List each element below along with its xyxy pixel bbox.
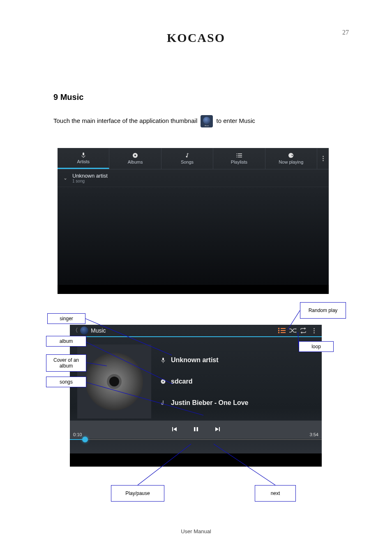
intro-text-a: Touch the main interface of the applicat… [53, 117, 199, 124]
queue-icon[interactable] [277, 325, 287, 336]
intro-paragraph: Touch the main interface of the applicat… [53, 115, 339, 127]
treble-clef-icon [160, 400, 166, 406]
callout-random-play: Random play [300, 302, 346, 319]
svg-point-10 [236, 157, 237, 157]
chevron-down-icon: ⌄ [63, 175, 67, 181]
artist-song-count: 1 song [72, 179, 108, 183]
previous-button[interactable] [172, 426, 178, 433]
tab-now-playing[interactable]: Now playing [265, 148, 317, 169]
tab-songs-label: Songs [181, 160, 194, 164]
overflow-menu-icon-2[interactable] [309, 325, 319, 336]
playback-artist: Unknown artist [171, 356, 219, 364]
svg-point-9 [236, 155, 237, 156]
tab-albums-label: Albums [128, 160, 143, 164]
page-number-top: 27 [342, 29, 349, 36]
svg-point-24 [163, 381, 164, 382]
artist-row[interactable]: ⌄ Unknown artist 1 song [58, 169, 329, 187]
library-tab-bar: Artists Albums Songs Playlists Now playi… [58, 148, 329, 169]
callout-cover-text: Cover of an album [49, 357, 83, 369]
total-time: 3:54 [310, 432, 318, 437]
music-app-icon [201, 115, 213, 127]
playback-track: Justin Bieber - One Love [171, 399, 248, 407]
svg-rect-21 [162, 358, 164, 361]
footer-text: User Manual [181, 528, 211, 534]
playback-album: sdcard [171, 378, 192, 385]
next-button[interactable] [214, 426, 220, 433]
mic-icon [160, 357, 166, 363]
callout-singer: singer [47, 313, 85, 324]
tab-playlists-label: Playlists [231, 160, 247, 164]
track-line[interactable]: Justin Bieber - One Love [160, 399, 314, 407]
playback-controls [70, 421, 322, 439]
back-button[interactable]: 〈 [72, 327, 78, 334]
svg-point-4 [186, 156, 187, 157]
callout-singer-text: singer [60, 316, 73, 321]
disc-icon [160, 379, 166, 384]
intro-text-b: to enter Music [217, 117, 255, 124]
callout-play-pause: Play/pause [111, 485, 164, 502]
svg-marker-26 [173, 427, 177, 431]
callout-play-pause-text: Play/pause [125, 490, 150, 496]
callout-songs: songs [46, 377, 86, 387]
tab-now-playing-label: Now playing [279, 160, 303, 164]
tab-artists-label: Artists [77, 159, 90, 164]
artist-line[interactable]: Unknown artist [160, 356, 314, 364]
tab-songs[interactable]: Songs [161, 148, 213, 169]
artist-name: Unknown artist [72, 173, 108, 179]
songs-icon [184, 153, 190, 158]
shuffle-icon[interactable] [287, 325, 298, 336]
svg-marker-29 [215, 427, 219, 431]
tab-artists[interactable]: Artists [58, 148, 109, 169]
playlists-icon [236, 153, 242, 158]
svg-point-8 [236, 153, 237, 154]
svg-marker-19 [296, 328, 296, 330]
album-line[interactable]: sdcard [160, 378, 314, 385]
svg-rect-28 [196, 427, 198, 431]
callout-songs-text: songs [60, 379, 73, 385]
overflow-menu-icon[interactable] [317, 148, 329, 169]
now-playing-screenshot: 〈 Music Unknown artist [70, 325, 322, 467]
svg-rect-17 [278, 330, 279, 331]
callout-random-text: Random play [309, 308, 338, 313]
callout-cover: Cover of an album [46, 354, 86, 372]
repeat-icon[interactable] [298, 325, 309, 336]
callout-album: album [46, 336, 86, 347]
app-title: Music [91, 327, 106, 334]
callout-next-text: next [271, 490, 280, 496]
tab-playlists[interactable]: Playlists [213, 148, 265, 169]
brand-logo: KOCASO [167, 31, 225, 45]
callout-album-text: album [60, 338, 73, 344]
seek-bar[interactable] [70, 439, 322, 440]
svg-rect-18 [278, 332, 279, 333]
music-library-screenshot: Artists Albums Songs Playlists Now playi… [58, 148, 329, 294]
section-heading: 9 Music [53, 92, 83, 102]
svg-rect-16 [278, 328, 279, 329]
album-cover[interactable] [77, 345, 151, 419]
svg-marker-20 [296, 331, 296, 333]
svg-rect-27 [194, 427, 196, 431]
callout-loop: loop [299, 341, 334, 352]
album-icon [132, 153, 138, 158]
play-pause-button[interactable] [193, 426, 199, 433]
svg-point-3 [134, 155, 136, 156]
action-bar: 〈 Music [70, 325, 322, 337]
svg-rect-0 [83, 153, 84, 155]
artist-icon [81, 152, 86, 158]
now-playing-icon [288, 153, 294, 158]
callout-loop-text: loop [311, 344, 321, 349]
svg-rect-30 [219, 427, 220, 431]
tab-albums[interactable]: Albums [109, 148, 161, 169]
music-app-icon-small [80, 326, 88, 335]
seek-thumb[interactable] [82, 437, 88, 442]
svg-rect-25 [172, 427, 173, 431]
elapsed-time: 0:10 [73, 432, 82, 437]
callout-next: next [255, 485, 296, 502]
